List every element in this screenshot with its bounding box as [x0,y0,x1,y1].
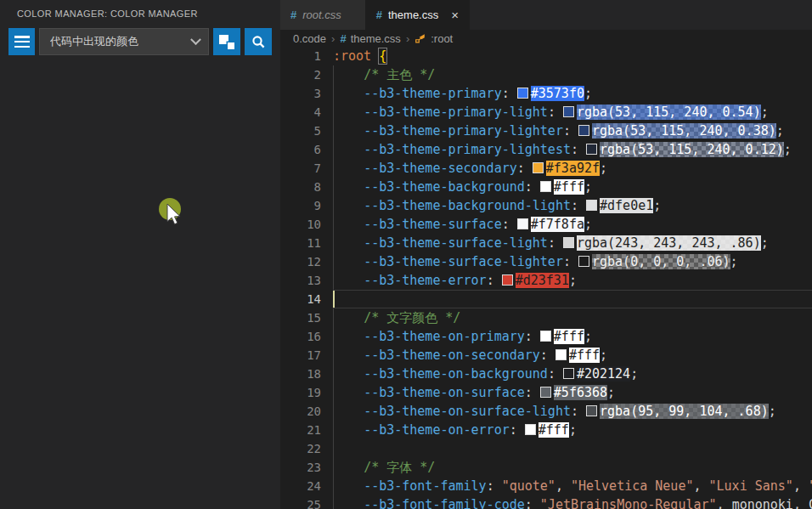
color-value[interactable]: #fff [539,422,569,438]
code-line-content[interactable]: --b3-theme-on-surface-light: rgba(95, 99… [333,402,812,421]
color-swatch[interactable] [563,368,574,379]
search-button[interactable] [245,28,272,55]
code-text: , [717,497,732,509]
code-line[interactable]: 21 --b3-theme-on-error: #fff; [280,421,812,439]
menu-button[interactable] [8,28,35,55]
code-line[interactable]: 12 --b3-theme-surface-lighter: rgba(0, 0… [280,252,812,271]
code-line-content[interactable]: --b3-theme-on-error: #fff; [333,421,812,439]
color-value[interactable]: rgba(243, 243, 243, .86) [577,235,761,251]
color-value[interactable]: #5f6368 [554,385,607,400]
code-line-content[interactable]: --b3-font-family-code: "JetBrainsMono-Re… [333,495,812,509]
color-swatch[interactable] [586,405,597,416]
swatch-view-button[interactable] [213,28,240,55]
color-value[interactable]: rgba(53, 115, 240, 0.54) [577,105,761,120]
code-line[interactable]: 18 --b3-theme-on-background: #202124; [280,365,812,383]
code-line[interactable]: 25 --b3-font-family-code: "JetBrainsMono… [280,495,812,509]
css-property-name: --b3-theme-on-background [364,366,548,382]
code-line-content[interactable]: --b3-theme-primary-lightest: rgba(53, 11… [333,140,812,159]
code-line-content[interactable]: /* 字体 */ [333,458,812,477]
color-swatch[interactable] [517,88,528,99]
color-value[interactable]: #f7f8fa [531,217,584,232]
code-line[interactable]: 13 --b3-theme-error: #d23f31; [280,271,812,290]
code-line-content[interactable]: --b3-theme-error: #d23f31; [333,271,812,290]
color-swatch[interactable] [540,387,551,398]
color-swatch[interactable] [578,125,589,136]
code-line-content[interactable]: --b3-theme-background-light: #dfe0e1; [333,196,812,215]
code-line[interactable]: 3 --b3-theme-primary: #3573f0; [280,84,812,103]
code-line-content[interactable]: --b3-theme-primary-light: rgba(53, 115, … [333,103,812,122]
code-text: : [571,198,586,213]
code-line[interactable]: 5 --b3-theme-primary-lighter: rgba(53, 1… [280,122,812,140]
color-value[interactable]: #3573f0 [531,86,584,101]
color-swatch[interactable] [563,237,574,248]
code-line[interactable]: 10 --b3-theme-surface: #f7f8fa; [280,215,812,234]
color-value[interactable]: #f3a92f [546,161,600,176]
code-line[interactable]: 14 [280,290,812,308]
code-line-content[interactable]: --b3-theme-background: #fff; [333,178,812,196]
color-value[interactable]: #fff [569,348,600,363]
breadcrumb-folder[interactable]: 0.code [293,32,326,45]
code-line[interactable]: 16 --b3-theme-on-primary: #fff; [280,327,812,346]
color-swatch[interactable] [586,144,597,155]
code-line-content[interactable]: --b3-theme-on-surface: #5f6368; [333,383,812,402]
chevron-down-icon [190,34,201,45]
breadcrumb-symbol[interactable]: :root [431,32,453,45]
code-line-content[interactable]: /* 文字颜色 */ [333,308,812,327]
code-line[interactable]: 20 --b3-theme-on-surface-light: rgba(95,… [280,402,812,421]
code-line-content[interactable]: --b3-font-family: "quote", "Helvetica Ne… [333,477,812,495]
color-swatch[interactable] [540,181,551,192]
breadcrumb-file[interactable]: theme.css [351,32,401,45]
color-value[interactable]: #202124 [577,366,630,382]
code-line-content[interactable]: --b3-theme-on-background: #202124; [333,365,812,383]
tab-theme-css[interactable]: # theme.css × [366,0,470,30]
code-line-content[interactable]: --b3-theme-on-primary: #fff; [333,327,812,346]
color-swatch[interactable] [578,256,589,267]
code-line-content[interactable]: --b3-theme-secondary: #f3a92f; [333,159,812,178]
color-swatch[interactable] [502,274,513,286]
color-value[interactable]: #d23f31 [516,273,569,288]
code-line[interactable]: 2 /* 主色 */ [280,65,812,84]
code-line[interactable]: 24 --b3-font-family: "quote", "Helvetica… [280,477,812,495]
color-swatch[interactable] [525,424,536,435]
color-swatch[interactable] [563,106,574,117]
code-editor[interactable]: 1:root {2 /* 主色 */3 --b3-theme-primary: … [280,47,812,509]
code-line[interactable]: 22 [280,439,812,458]
code-line[interactable]: 6 --b3-theme-primary-lightest: rgba(53, … [280,140,812,159]
color-swatch[interactable] [540,331,551,342]
color-swatch[interactable] [586,200,597,211]
code-line[interactable]: 19 --b3-theme-on-surface: #5f6368; [280,383,812,402]
color-value[interactable]: #dfe0e1 [600,198,653,213]
color-source-dropdown[interactable]: 代码中出现的颜色 [39,28,209,55]
code-line-content[interactable]: --b3-theme-primary-lighter: rgba(53, 115… [333,122,812,140]
color-value[interactable]: rgba(95, 99, 104, .68) [600,404,769,419]
code-line[interactable]: 23 /* 字体 */ [280,458,812,477]
code-line[interactable]: 9 --b3-theme-background-light: #dfe0e1; [280,196,812,215]
code-line-content[interactable] [333,290,812,308]
code-line[interactable]: 11 --b3-theme-surface-light: rgba(243, 2… [280,234,812,252]
color-value[interactable]: rgba(0, 0, 0, .06) [592,254,730,269]
code-line[interactable]: 7 --b3-theme-secondary: #f3a92f; [280,159,812,178]
code-line-content[interactable]: /* 主色 */ [333,65,812,84]
code-line-content[interactable]: --b3-theme-primary: #3573f0; [333,84,812,103]
code-line[interactable]: 1:root { [280,47,812,65]
code-line-content[interactable]: :root { [333,47,812,65]
code-line-content[interactable]: --b3-theme-surface: #f7f8fa; [333,215,812,234]
code-line[interactable]: 4 --b3-theme-primary-light: rgba(53, 115… [280,103,812,122]
code-line-content[interactable]: --b3-theme-surface-lighter: rgba(0, 0, 0… [333,252,812,271]
code-line-content[interactable] [333,439,812,458]
color-swatch[interactable] [555,349,567,360]
close-tab-icon[interactable]: × [451,8,459,21]
color-swatch[interactable] [517,218,528,229]
tab-root-css[interactable]: # root.css [280,0,366,30]
code-line-content[interactable]: --b3-theme-on-secondary: #fff; [333,346,812,365]
color-value[interactable]: #fff [554,329,584,344]
color-value[interactable]: #fff [554,179,584,195]
color-value[interactable]: rgba(53, 115, 240, 0.38) [592,123,776,139]
code-line[interactable]: 15 /* 文字颜色 */ [280,308,812,327]
code-text: mononoki [732,497,793,509]
code-line-content[interactable]: --b3-theme-surface-light: rgba(243, 243,… [333,234,812,252]
code-line[interactable]: 17 --b3-theme-on-secondary: #fff; [280,346,812,365]
code-line[interactable]: 8 --b3-theme-background: #fff; [280,178,812,196]
color-swatch[interactable] [533,162,544,173]
color-value[interactable]: rgba(53, 115, 240, 0.12) [600,142,784,157]
